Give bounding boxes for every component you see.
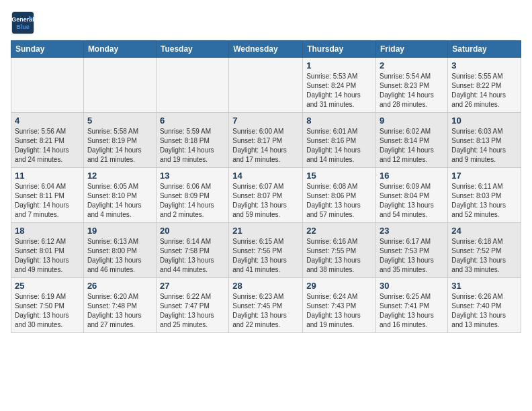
day-number: 8 (306, 116, 372, 126)
day-number: 25 (15, 281, 80, 291)
weekday-header: Friday (376, 41, 448, 58)
calendar-cell (83, 58, 156, 113)
calendar-cell: 15Sunrise: 6:08 AM Sunset: 8:06 PM Dayli… (303, 168, 376, 223)
calendar-cell: 11Sunrise: 6:04 AM Sunset: 8:11 PM Dayli… (11, 168, 84, 223)
day-number: 16 (380, 171, 444, 181)
day-info: Sunrise: 6:23 AM Sunset: 7:45 PM Dayligh… (232, 292, 299, 330)
calendar-cell: 16Sunrise: 6:09 AM Sunset: 8:04 PM Dayli… (376, 168, 448, 223)
day-number: 14 (232, 171, 299, 181)
day-number: 20 (160, 226, 225, 236)
day-info: Sunrise: 6:02 AM Sunset: 8:14 PM Dayligh… (380, 127, 444, 165)
weekday-header: Wednesday (229, 41, 303, 58)
day-info: Sunrise: 6:20 AM Sunset: 7:48 PM Dayligh… (87, 292, 152, 330)
svg-text:Blue: Blue (16, 24, 30, 30)
calendar-cell: 13Sunrise: 6:06 AM Sunset: 8:09 PM Dayli… (156, 168, 228, 223)
day-number: 15 (306, 171, 372, 181)
day-number: 11 (15, 171, 80, 181)
day-number: 5 (87, 116, 152, 126)
day-info: Sunrise: 6:11 AM Sunset: 8:03 PM Dayligh… (451, 182, 517, 220)
weekday-header: Tuesday (156, 41, 228, 58)
calendar-cell: 4Sunrise: 5:56 AM Sunset: 8:21 PM Daylig… (11, 113, 84, 168)
day-number: 19 (87, 226, 152, 236)
day-info: Sunrise: 6:24 AM Sunset: 7:43 PM Dayligh… (306, 292, 372, 330)
day-number: 6 (160, 116, 225, 126)
calendar-cell: 8Sunrise: 6:01 AM Sunset: 8:16 PM Daylig… (303, 113, 376, 168)
day-number: 28 (232, 281, 299, 291)
day-info: Sunrise: 5:54 AM Sunset: 8:23 PM Dayligh… (380, 72, 444, 109)
calendar-cell: 18Sunrise: 6:12 AM Sunset: 8:01 PM Dayli… (11, 223, 84, 278)
day-info: Sunrise: 5:55 AM Sunset: 8:22 PM Dayligh… (451, 72, 517, 109)
calendar-cell: 17Sunrise: 6:11 AM Sunset: 8:03 PM Dayli… (448, 168, 521, 223)
calendar-cell (229, 58, 303, 113)
weekday-header: Sunday (11, 41, 84, 58)
calendar-week-row: 4Sunrise: 5:56 AM Sunset: 8:21 PM Daylig… (11, 113, 521, 168)
logo: General Blue (11, 11, 38, 35)
day-number: 7 (232, 116, 299, 126)
calendar-cell: 9Sunrise: 6:02 AM Sunset: 8:14 PM Daylig… (376, 113, 448, 168)
day-number: 21 (232, 226, 299, 236)
day-number: 12 (87, 171, 152, 181)
calendar-cell: 2Sunrise: 5:54 AM Sunset: 8:23 PM Daylig… (376, 58, 448, 113)
weekday-header: Monday (83, 41, 156, 58)
calendar-cell: 20Sunrise: 6:14 AM Sunset: 7:58 PM Dayli… (156, 223, 228, 278)
calendar-cell (156, 58, 228, 113)
weekday-header: Saturday (448, 41, 521, 58)
calendar-table: SundayMondayTuesdayWednesdayThursdayFrid… (11, 40, 521, 333)
calendar-cell: 30Sunrise: 6:25 AM Sunset: 7:41 PM Dayli… (376, 278, 448, 333)
day-number: 29 (306, 281, 372, 291)
calendar-week-row: 25Sunrise: 6:19 AM Sunset: 7:50 PM Dayli… (11, 278, 521, 333)
day-info: Sunrise: 5:58 AM Sunset: 8:19 PM Dayligh… (87, 127, 152, 165)
calendar-cell: 10Sunrise: 6:03 AM Sunset: 8:13 PM Dayli… (448, 113, 521, 168)
day-info: Sunrise: 6:00 AM Sunset: 8:17 PM Dayligh… (232, 127, 299, 165)
day-number: 23 (380, 226, 444, 236)
calendar-cell: 12Sunrise: 6:05 AM Sunset: 8:10 PM Dayli… (83, 168, 156, 223)
calendar-cell: 22Sunrise: 6:16 AM Sunset: 7:55 PM Dayli… (303, 223, 376, 278)
calendar-cell: 27Sunrise: 6:22 AM Sunset: 7:47 PM Dayli… (156, 278, 228, 333)
calendar-cell: 21Sunrise: 6:15 AM Sunset: 7:56 PM Dayli… (229, 223, 303, 278)
day-info: Sunrise: 5:59 AM Sunset: 8:18 PM Dayligh… (160, 127, 225, 165)
day-info: Sunrise: 5:53 AM Sunset: 8:24 PM Dayligh… (306, 72, 372, 109)
day-info: Sunrise: 6:08 AM Sunset: 8:06 PM Dayligh… (306, 182, 372, 220)
day-number: 26 (87, 281, 152, 291)
calendar-cell: 23Sunrise: 6:17 AM Sunset: 7:53 PM Dayli… (376, 223, 448, 278)
day-info: Sunrise: 6:17 AM Sunset: 7:53 PM Dayligh… (380, 237, 444, 275)
day-number: 3 (451, 60, 517, 71)
calendar-week-row: 18Sunrise: 6:12 AM Sunset: 8:01 PM Dayli… (11, 223, 521, 278)
weekday-header: Thursday (303, 41, 376, 58)
day-info: Sunrise: 6:18 AM Sunset: 7:52 PM Dayligh… (451, 237, 517, 275)
day-info: Sunrise: 6:26 AM Sunset: 7:40 PM Dayligh… (451, 292, 517, 330)
calendar-cell: 7Sunrise: 6:00 AM Sunset: 8:17 PM Daylig… (229, 113, 303, 168)
calendar-cell: 3Sunrise: 5:55 AM Sunset: 8:22 PM Daylig… (448, 58, 521, 113)
day-info: Sunrise: 6:07 AM Sunset: 8:07 PM Dayligh… (232, 182, 299, 220)
calendar-cell: 26Sunrise: 6:20 AM Sunset: 7:48 PM Dayli… (83, 278, 156, 333)
day-info: Sunrise: 6:09 AM Sunset: 8:04 PM Dayligh… (380, 182, 444, 220)
day-info: Sunrise: 6:15 AM Sunset: 7:56 PM Dayligh… (232, 237, 299, 275)
day-info: Sunrise: 6:16 AM Sunset: 7:55 PM Dayligh… (306, 237, 372, 275)
day-number: 17 (451, 171, 517, 181)
day-info: Sunrise: 6:06 AM Sunset: 8:09 PM Dayligh… (160, 182, 225, 220)
day-number: 22 (306, 226, 372, 236)
day-info: Sunrise: 6:22 AM Sunset: 7:47 PM Dayligh… (160, 292, 225, 330)
calendar-cell: 19Sunrise: 6:13 AM Sunset: 8:00 PM Dayli… (83, 223, 156, 278)
calendar-cell: 29Sunrise: 6:24 AM Sunset: 7:43 PM Dayli… (303, 278, 376, 333)
calendar-week-row: 1Sunrise: 5:53 AM Sunset: 8:24 PM Daylig… (11, 58, 521, 113)
logo-icon: General Blue (11, 11, 35, 35)
day-info: Sunrise: 6:19 AM Sunset: 7:50 PM Dayligh… (15, 292, 80, 330)
calendar-cell (11, 58, 84, 113)
day-number: 9 (380, 116, 444, 126)
day-info: Sunrise: 6:25 AM Sunset: 7:41 PM Dayligh… (380, 292, 444, 330)
calendar-cell: 14Sunrise: 6:07 AM Sunset: 8:07 PM Dayli… (229, 168, 303, 223)
calendar-cell: 31Sunrise: 6:26 AM Sunset: 7:40 PM Dayli… (448, 278, 521, 333)
day-info: Sunrise: 6:12 AM Sunset: 8:01 PM Dayligh… (15, 237, 80, 275)
day-number: 18 (15, 226, 80, 236)
calendar-cell: 5Sunrise: 5:58 AM Sunset: 8:19 PM Daylig… (83, 113, 156, 168)
calendar-cell: 6Sunrise: 5:59 AM Sunset: 8:18 PM Daylig… (156, 113, 228, 168)
calendar-week-row: 11Sunrise: 6:04 AM Sunset: 8:11 PM Dayli… (11, 168, 521, 223)
calendar-cell: 24Sunrise: 6:18 AM Sunset: 7:52 PM Dayli… (448, 223, 521, 278)
day-info: Sunrise: 6:13 AM Sunset: 8:00 PM Dayligh… (87, 237, 152, 275)
day-number: 2 (380, 60, 444, 71)
day-number: 13 (160, 171, 225, 181)
day-info: Sunrise: 6:14 AM Sunset: 7:58 PM Dayligh… (160, 237, 225, 275)
calendar-cell: 28Sunrise: 6:23 AM Sunset: 7:45 PM Dayli… (229, 278, 303, 333)
day-number: 4 (15, 116, 80, 126)
